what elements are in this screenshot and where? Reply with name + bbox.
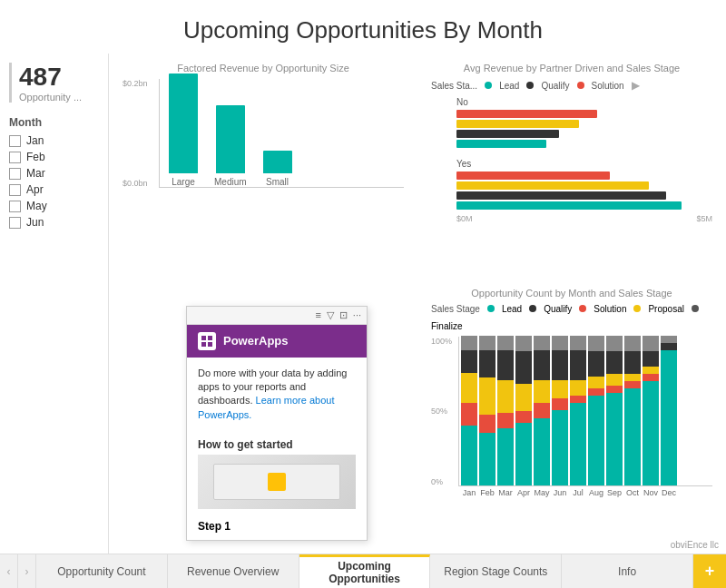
legend-dot-solution — [577, 82, 584, 89]
y-0: 0% — [431, 477, 455, 486]
h-axis: $0M $5M — [456, 214, 712, 223]
legend-finalize: Finalize — [431, 321, 462, 331]
stack-segment — [534, 380, 550, 403]
stack-segment — [588, 388, 604, 396]
legend-sales-stage: Sales Stage — [431, 304, 480, 314]
bar-small-label: Small — [266, 177, 289, 187]
stack-segment — [461, 403, 477, 426]
stack-segment — [570, 403, 586, 485]
dot-proposal — [633, 305, 641, 312]
tab-info[interactable]: Info — [562, 554, 693, 588]
stack-segment — [624, 388, 641, 485]
legend-dot-qualify — [526, 82, 534, 89]
stack-segment — [534, 350, 550, 380]
powerapps-icon — [198, 332, 216, 350]
stack-segment — [606, 386, 623, 393]
month-label-mar: Mar — [26, 167, 45, 180]
stack-segment — [479, 336, 495, 351]
y-label-top: $0.2bn — [123, 79, 148, 88]
stack-segment — [534, 403, 550, 418]
stack-segment — [552, 336, 568, 351]
powerapps-popup[interactable]: ≡ ▽ ⊡ ··· — [186, 306, 368, 542]
stack-segment — [515, 336, 532, 351]
stack-segment — [497, 350, 514, 380]
dot-lead — [487, 305, 495, 312]
svg-rect-2 — [201, 342, 206, 347]
stack-segment — [552, 410, 568, 485]
stack-segment — [479, 377, 495, 415]
month-filters: JanFebMarAprMayJun — [9, 134, 108, 229]
stack-segment — [624, 351, 641, 374]
nav-prev[interactable]: ‹ — [0, 554, 18, 588]
stack-segment — [552, 350, 568, 380]
page-title: Upcoming Opportunities By Month — [0, 0, 726, 54]
stack-segment — [624, 381, 641, 388]
stack-segment — [570, 396, 586, 403]
stack-segment — [643, 336, 659, 351]
checkbox-feb[interactable] — [9, 152, 21, 163]
x-label-jul: Jul — [570, 488, 586, 497]
legend-arrow[interactable]: ▶ — [632, 79, 640, 92]
filter-item-jun[interactable]: Jun — [9, 216, 108, 229]
stack-segment — [661, 336, 677, 343]
stack-segment — [534, 336, 550, 351]
checkbox-may[interactable] — [9, 201, 21, 212]
x-label-aug: Aug — [588, 488, 604, 497]
filter-item-jan[interactable]: Jan — [9, 134, 108, 147]
filter-item-may[interactable]: May — [9, 200, 108, 212]
toolbar-icon-4[interactable]: ··· — [353, 309, 361, 320]
add-tab-button[interactable]: + — [693, 554, 726, 588]
filter-item-feb[interactable]: Feb — [9, 151, 108, 163]
checkbox-apr[interactable] — [9, 184, 21, 196]
stack-segment — [624, 374, 641, 381]
checkbox-mar[interactable] — [9, 168, 21, 180]
filter-item-mar[interactable]: Mar — [9, 167, 108, 180]
stack-segment — [643, 374, 659, 381]
x-label-may: May — [534, 488, 550, 497]
stacked-bars — [458, 337, 712, 486]
filter-item-apr[interactable]: Apr — [9, 183, 108, 196]
stack-segment — [479, 433, 495, 485]
stack-col-3 — [515, 336, 532, 485]
dot-solution — [579, 305, 586, 312]
avg-revenue-title: Avg Revenue by Partner Driven and Sales … — [431, 63, 712, 74]
yes-bars — [456, 172, 712, 210]
stack-segment — [588, 396, 604, 485]
nav-next[interactable]: › — [18, 554, 36, 588]
tab-revenue-overview[interactable]: Revenue Overview — [168, 554, 299, 588]
stack-col-5 — [552, 336, 568, 485]
stack-segment — [606, 351, 623, 374]
stack-segment — [497, 413, 514, 428]
no-label: No — [456, 97, 712, 107]
stack-segment — [552, 380, 568, 398]
avg-revenue-legend: Sales Sta... Lead Qualify Solution ▶ — [431, 79, 712, 92]
bar-small: Small — [263, 151, 292, 187]
bar-chart: Large Medium Small — [159, 79, 404, 188]
toolbar-icon-3[interactable]: ⊡ — [339, 309, 348, 321]
month-label-apr: Apr — [26, 183, 44, 196]
stack-segment — [588, 336, 604, 351]
toolbar-icon-1[interactable]: ≡ — [315, 309, 320, 320]
tab-opportunity-count[interactable]: Opportunity Count — [36, 554, 168, 588]
tab-container: Opportunity CountRevenue OverviewUpcomin… — [36, 554, 693, 588]
stack-segment — [497, 380, 514, 413]
step-number: Step 1 — [187, 516, 367, 540]
yes-group: Yes — [456, 159, 712, 210]
stack-segment — [461, 336, 477, 351]
stacked-chart-inner: JanFebMarAprMayJunJulAugSepOctNovDec — [458, 337, 712, 499]
bottom-left-area: ≡ ▽ ⊡ ··· — [109, 279, 417, 554]
tab-upcoming-opportunities[interactable]: Upcoming Opportunities — [299, 554, 431, 588]
y-axis-labels: 100% 50% 0% — [431, 337, 458, 486]
opp-count-title: Opportunity Count by Month and Sales Sta… — [431, 288, 712, 299]
x-label-nov: Nov — [643, 488, 659, 497]
toolbar-icon-2[interactable]: ▽ — [327, 309, 334, 321]
stack-segment — [643, 367, 659, 374]
bar-large: Large — [169, 74, 198, 187]
tab-region-stage-counts[interactable]: Region Stage Counts — [430, 554, 562, 588]
checkbox-jan[interactable] — [9, 135, 21, 147]
kpi-section: 487 Opportunity ... — [9, 63, 108, 103]
y-50: 50% — [431, 407, 455, 416]
checkbox-jun[interactable] — [9, 217, 21, 229]
x-label-jun: Jun — [552, 488, 568, 497]
month-label-may: May — [26, 200, 47, 212]
